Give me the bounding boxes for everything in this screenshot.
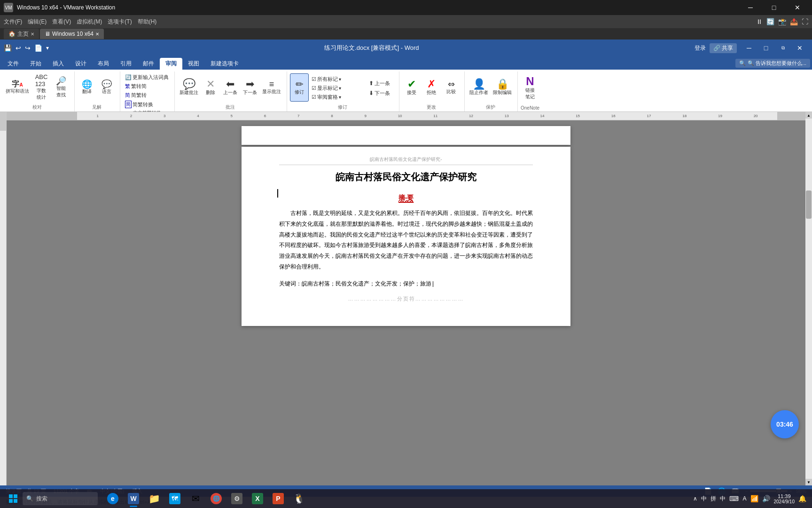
menu-view[interactable]: 查看(V) <box>52 18 71 26</box>
tab-home[interactable]: 🏠 主页 ✕ <box>4 29 39 39</box>
show-markup-dropdown[interactable]: ▾ <box>339 86 341 91</box>
menu-help[interactable]: 帮助(H) <box>138 18 157 26</box>
tab-file[interactable]: 文件 <box>2 58 24 70</box>
reject-btn[interactable]: ✗ 拒绝 <box>422 73 441 102</box>
next-comment-icon: ➡ <box>246 79 254 89</box>
vmware-close-btn[interactable]: ✕ <box>787 0 808 15</box>
vmware-toolbar-power[interactable]: 🔄 <box>766 18 774 25</box>
word-minimize-btn[interactable]: ─ <box>741 40 757 56</box>
taskbar-settings[interactable]: ⚙ <box>227 489 246 508</box>
tab-layout[interactable]: 布局 <box>92 58 115 70</box>
tab-addins[interactable]: 新建选项卡 <box>205 58 244 70</box>
translate-btn[interactable]: 🌐 翻译 <box>78 73 96 102</box>
restrict-editing-btn[interactable]: 🔒 限制编辑 <box>491 73 514 102</box>
word-count-btn[interactable]: ABC123 字数统计 <box>32 73 51 102</box>
ime-pin[interactable]: 拼 <box>710 495 716 503</box>
start-button[interactable] <box>6 491 21 506</box>
doc-scroll-inner[interactable]: 皖南古村落民俗文化遗产保护研究- 皖南古村落民俗文化遗产保护研究 摘-要 古村落… <box>7 120 805 485</box>
tab-review[interactable]: 审阅 <box>160 58 182 70</box>
doc-page[interactable]: 皖南古村落民俗文化遗产保护研究- 皖南古村落民俗文化遗产保护研究 摘-要 古村落… <box>242 147 570 326</box>
volume-icon[interactable]: 🔊 <box>762 495 770 502</box>
taskbar-explorer[interactable]: 📁 <box>145 489 164 508</box>
vmware-minimize-btn[interactable]: ─ <box>740 0 761 15</box>
new-icon[interactable]: 📄 <box>34 44 42 52</box>
taskbar-ppt[interactable]: P <box>269 489 288 508</box>
scroll-up-btn[interactable]: ▲ <box>805 112 812 119</box>
delete-comment-btn[interactable]: ✕ 删除 <box>201 73 220 102</box>
taskbar-edge[interactable]: e <box>103 489 122 508</box>
smart-lookup-btn[interactable]: 🔎 智能查找 <box>52 73 70 102</box>
tab-references[interactable]: 引用 <box>115 58 137 70</box>
next-change-btn[interactable]: ⬇ 下一条 <box>367 89 395 97</box>
word-restore-btn[interactable]: ⧉ <box>774 40 791 56</box>
block-authors-btn[interactable]: 👤 阻止作者 <box>468 73 490 102</box>
menu-tabs[interactable]: 选项卡(T) <box>108 18 132 26</box>
scroll-down-btn[interactable]: ▼ <box>805 479 812 485</box>
vmware-toolbar-fullscreen[interactable]: ⛶ <box>802 18 808 25</box>
simp-trad-convert-btn[interactable]: 简 简繁转换 <box>123 100 171 109</box>
taskbar-mail[interactable]: ✉ <box>186 489 205 508</box>
taskbar-word[interactable]: W <box>124 489 143 508</box>
tab-home-close[interactable]: ✕ <box>31 32 34 37</box>
help-search[interactable]: 🔍 🔍 告诉我您想要做什么... <box>735 59 810 68</box>
all-markup-btn[interactable]: ☑ 所有标记 ▾ <box>310 75 366 83</box>
word-close-btn[interactable]: ✕ <box>791 40 808 56</box>
network-icon[interactable]: 📶 <box>750 495 758 502</box>
save-icon[interactable]: 💾 <box>4 44 12 52</box>
new-comment-btn[interactable]: 💬 新建批注 <box>178 73 200 102</box>
next-comment-btn[interactable]: ➡ 下一条 <box>241 73 259 102</box>
menu-vm[interactable]: 虚拟机(M) <box>77 18 102 26</box>
update-ime-btn[interactable]: 🔄 更新输入法词典 <box>123 73 171 81</box>
vmware-toolbar-pause[interactable]: ⏸ <box>756 18 763 25</box>
taskbar-browser2[interactable]: 🌐 <box>207 489 226 508</box>
notifications-btn[interactable]: 🔔 <box>798 495 806 502</box>
show-comments-btn[interactable]: ≡ 显示批注 <box>260 73 283 102</box>
tab-design[interactable]: 设计 <box>70 58 92 70</box>
tray-expand[interactable]: ∧ <box>693 495 697 502</box>
linked-notes-btn[interactable]: N 链接笔记 <box>521 74 539 102</box>
tab-vm-close[interactable]: ✕ <box>95 32 99 37</box>
scroll-thumb[interactable] <box>806 190 812 219</box>
share-button[interactable]: 🔗 共享 <box>710 43 737 53</box>
taskbar-search[interactable]: 🔍 搜索 <box>23 492 98 505</box>
show-markup-btn[interactable]: ☑ 显示标记 ▾ <box>310 84 366 92</box>
spelling-grammar-btn[interactable]: 字A 拼写和语法 <box>4 73 31 102</box>
prev-comment-btn[interactable]: ⬅ 上一条 <box>221 73 240 102</box>
vmware-toolbar-share[interactable]: 📤 <box>790 18 798 25</box>
ppt-icon: P <box>273 493 284 504</box>
word-maximize-btn[interactable]: □ <box>757 40 774 56</box>
tab-mailings[interactable]: 邮件 <box>137 58 160 70</box>
taskbar-excel[interactable]: X <box>248 489 267 508</box>
language-btn[interactable]: 💬 语言 <box>97 73 116 102</box>
review-pane-dropdown[interactable]: ▾ <box>339 95 341 100</box>
trad-to-simp-btn[interactable]: 繁 繁转简 <box>123 82 171 90</box>
tab-view[interactable]: 视图 <box>182 58 205 70</box>
taskbar-penguin[interactable]: 🐧 <box>289 489 308 508</box>
ime-zh[interactable]: 中 <box>701 495 707 503</box>
system-time[interactable]: 11:39 2024/9/10 <box>774 493 795 504</box>
undo-icon[interactable]: ↩ <box>16 44 21 52</box>
redo-icon[interactable]: ↪ <box>25 44 31 52</box>
login-button[interactable]: 登录 <box>695 44 706 52</box>
tab-home[interactable]: 开始 <box>24 58 47 70</box>
vertical-scrollbar[interactable]: ▲ ▼ <box>805 112 812 485</box>
simp-to-trad-btn[interactable]: 简 简繁转 <box>123 91 171 99</box>
accept-btn[interactable]: ✔ 接受 <box>402 73 421 102</box>
taskbar-maps[interactable]: 🗺 <box>165 489 184 508</box>
tab-windows10[interactable]: 🖥 Windows 10 x64 ✕ <box>40 29 104 39</box>
menu-file[interactable]: 文件(F) <box>4 18 22 26</box>
review-pane-btn[interactable]: ☑ 审阅窗格 ▾ <box>310 93 366 101</box>
comments-label: 批注 <box>178 103 283 111</box>
ime-a[interactable]: A <box>742 495 746 502</box>
keyboard-icon[interactable]: ⌨ <box>729 495 739 502</box>
maps-icon: 🗺 <box>169 493 180 504</box>
ime-mode[interactable]: 中 <box>720 495 726 503</box>
track-changes-btn[interactable]: ✏ 修订 <box>290 73 309 102</box>
compare-btn[interactable]: ⇔ 比较 <box>442 73 461 102</box>
tab-insert[interactable]: 插入 <box>47 58 70 70</box>
vmware-restore-btn[interactable]: □ <box>763 0 785 15</box>
all-markup-dropdown[interactable]: ▾ <box>339 77 341 82</box>
menu-edit[interactable]: 编辑(E) <box>28 18 47 26</box>
prev-change-btn[interactable]: ⬆ 上一条 <box>367 79 395 87</box>
vmware-toolbar-snap[interactable]: 📸 <box>778 18 786 25</box>
